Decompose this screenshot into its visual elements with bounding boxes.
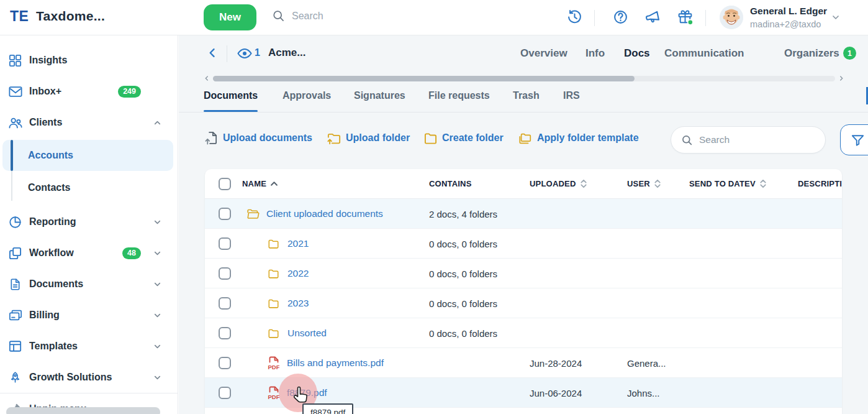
pdf-file-icon: PDF <box>267 386 279 400</box>
row-checkbox[interactable] <box>219 327 231 339</box>
table-row[interactable]: Client uploaded documents 2 docs, 4 fold… <box>205 199 842 229</box>
sidebar-item-label: Workflow <box>29 247 74 259</box>
user-name[interactable]: General L. Edger <box>750 6 827 17</box>
folder-link[interactable]: 2022 <box>287 268 309 279</box>
client-name[interactable]: Acme... <box>268 47 305 59</box>
topbar-divider <box>594 10 595 26</box>
docs-search-input[interactable] <box>699 134 811 145</box>
announcements-megaphone-icon[interactable] <box>644 9 660 25</box>
scroll-right-arrow[interactable] <box>838 75 844 81</box>
contains-cell: 0 docs, 0 folders <box>429 269 530 279</box>
folder-link[interactable]: Unsorted <box>287 328 327 339</box>
hscrollbar-thumb[interactable] <box>213 76 635 81</box>
table-row[interactable]: 2022 0 docs, 0 folders <box>205 259 842 288</box>
folder-icon <box>268 239 279 249</box>
row-checkbox[interactable] <box>219 208 231 220</box>
table-row[interactable]: Unsorted 0 docs, 0 folders <box>205 318 842 348</box>
column-header-user[interactable]: USER <box>627 179 689 188</box>
tab-overview[interactable]: Overview <box>520 47 567 60</box>
contains-cell: 2 docs, 4 folders <box>429 209 530 219</box>
sidebar-item-documents[interactable]: Documents <box>0 269 178 300</box>
row-checkbox[interactable] <box>219 237 231 250</box>
sidebar-item-accounts[interactable]: Accounts <box>2 140 173 171</box>
inbox-count-badge: 249 <box>118 86 141 98</box>
tab-docs[interactable]: Docs <box>624 47 650 60</box>
chevron-down-icon <box>153 373 162 382</box>
folder-icon <box>424 132 437 144</box>
watchers-eye-icon[interactable] <box>237 48 252 59</box>
docs-search[interactable] <box>671 126 826 154</box>
folder-link[interactable]: 2021 <box>287 238 309 249</box>
sort-asc-icon <box>271 182 278 186</box>
tab-organizers[interactable]: Organizers <box>784 47 839 60</box>
active-tab-underline <box>204 110 258 112</box>
sidebar-item-label: Insights <box>29 55 67 66</box>
upload-folder-button[interactable]: Upload folder <box>327 129 410 147</box>
user-email: madina+2@taxdo <box>750 19 866 29</box>
search-icon <box>681 134 693 146</box>
sidebar-item-label: Inbox+ <box>29 86 61 97</box>
user-cell: Johns... <box>627 388 689 398</box>
action-label: Create folder <box>442 132 504 144</box>
sidebar-item-clients[interactable]: Clients <box>0 107 178 138</box>
row-checkbox[interactable] <box>219 357 231 369</box>
inbox-envelope-icon <box>8 86 22 98</box>
column-header-uploaded[interactable]: UPLOADED <box>530 179 627 188</box>
avatar[interactable] <box>720 6 743 29</box>
filter-button[interactable] <box>840 124 868 155</box>
column-header-name[interactable]: NAME <box>241 179 429 188</box>
tab-communication[interactable]: Communication <box>664 47 744 60</box>
sidebar-item-templates[interactable]: Templates <box>0 331 178 362</box>
sidebar: Insights Inbox+ 249 Clients Accounts Con… <box>0 35 178 414</box>
back-chevron-icon[interactable] <box>206 47 219 59</box>
doc-tab-documents[interactable]: Documents <box>204 90 258 101</box>
table-row[interactable]: 2023 0 docs, 0 folders <box>205 288 842 318</box>
doc-tab-signatures[interactable]: Signatures <box>354 90 405 101</box>
table-row[interactable]: 2021 0 docs, 0 folders <box>205 229 842 259</box>
sidebar-item-insights[interactable]: Insights <box>0 45 178 76</box>
help-icon[interactable] <box>613 9 628 25</box>
column-header-contains[interactable]: CONTAINS <box>429 179 530 188</box>
sidebar-item-growth-solutions[interactable]: Growth Solutions <box>0 362 178 393</box>
sidebar-item-workflow[interactable]: Workflow 48 <box>0 237 178 269</box>
folder-link[interactable]: Client uploaded documents <box>266 208 383 219</box>
new-button[interactable]: New <box>204 4 256 30</box>
scroll-left-arrow[interactable] <box>204 75 210 81</box>
select-all-checkbox[interactable] <box>219 178 231 190</box>
templates-window-icon <box>8 340 22 352</box>
row-checkbox[interactable] <box>219 267 231 280</box>
apply-folder-template-button[interactable]: Apply folder template <box>518 129 639 147</box>
chevron-down-icon[interactable] <box>831 12 841 22</box>
file-link[interactable]: Bills and payments.pdf <box>287 357 384 369</box>
column-header-description[interactable]: DESCRIPTION <box>798 179 842 188</box>
doc-tab-irs[interactable]: IRS <box>563 90 580 101</box>
folder-icon <box>268 299 279 308</box>
sidebar-item-label: Clients <box>29 117 62 128</box>
sidebar-item-reporting[interactable]: Reporting <box>0 206 178 237</box>
create-folder-button[interactable]: Create folder <box>424 129 504 147</box>
column-header-send-to-datev[interactable]: SEND TO DATEV <box>689 179 798 188</box>
sidebar-item-inbox[interactable]: Inbox+ 249 <box>0 76 178 107</box>
sidebar-item-label: Reporting <box>29 216 76 228</box>
activity-clock-icon[interactable] <box>567 9 582 25</box>
sidebar-item-billing[interactable]: Billing <box>0 300 178 331</box>
row-checkbox[interactable] <box>219 387 231 399</box>
tab-info[interactable]: Info <box>585 47 605 60</box>
doc-tab-trash[interactable]: Trash <box>513 90 540 101</box>
folder-open-icon <box>246 208 260 219</box>
sidebar-item-contacts[interactable]: Contacts <box>0 172 178 203</box>
svg-text:PDF: PDF <box>268 393 280 400</box>
documents-file-icon <box>8 278 22 291</box>
upload-documents-button[interactable]: Upload documents <box>205 129 312 147</box>
sidebar-item-label: Documents <box>29 278 83 290</box>
folder-link[interactable]: 2023 <box>287 298 309 309</box>
row-checkbox[interactable] <box>219 297 231 310</box>
column-label: CONTAINS <box>429 179 472 188</box>
doc-tab-file-requests[interactable]: File requests <box>428 90 490 101</box>
app-logo[interactable]: TE <box>10 8 29 25</box>
column-label: SEND TO DATEV <box>689 179 756 188</box>
doc-tab-approvals[interactable]: Approvals <box>283 90 331 101</box>
gift-icon[interactable] <box>677 9 694 25</box>
global-search-input[interactable] <box>292 11 478 22</box>
global-search[interactable] <box>272 9 478 22</box>
